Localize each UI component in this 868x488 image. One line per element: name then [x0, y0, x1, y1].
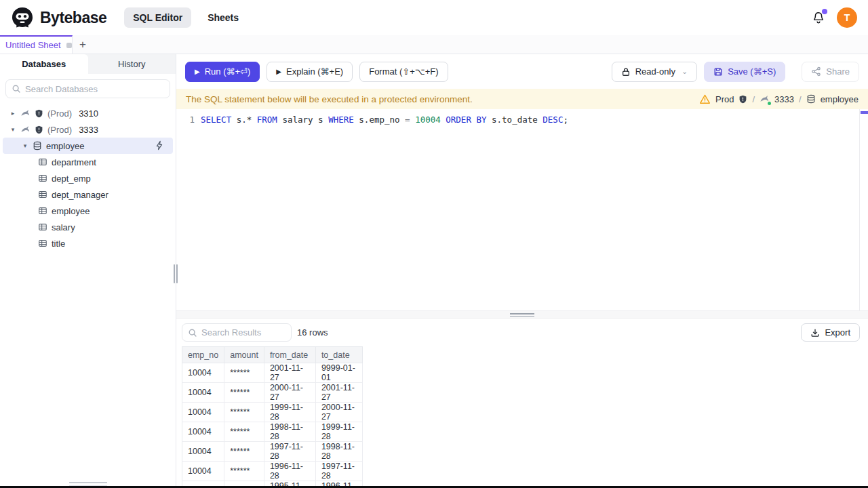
table-cell[interactable]: ****** — [224, 422, 264, 442]
table-cell[interactable]: 1997-11-28 — [264, 442, 315, 462]
search-results-input[interactable] — [201, 327, 285, 338]
avatar[interactable]: T — [837, 7, 857, 28]
column-header: from_date — [264, 347, 315, 363]
table-cell[interactable]: 2000-11-27 — [264, 383, 315, 403]
quick-action-bolt-icon[interactable] — [155, 140, 165, 150]
table-row[interactable]: 10004******1996-11-281997-11-28 — [182, 462, 363, 481]
tab-history[interactable]: History — [88, 54, 176, 74]
table-cell[interactable]: 1996-11-28 — [264, 462, 315, 481]
mysql-instance-icon — [760, 94, 770, 104]
tree-item-table[interactable]: salary — [0, 219, 176, 235]
sql-token: 10004 — [410, 115, 446, 125]
sql-editor[interactable]: 1 SELECT s.* FROM salary s WHERE s.emp_n… — [176, 109, 868, 310]
results-panel-resize-handle[interactable] — [176, 310, 868, 319]
editor-scrollbar[interactable] — [859, 109, 868, 310]
lock-icon — [621, 67, 631, 77]
tree-item-table[interactable]: employee — [0, 203, 176, 219]
column-header: emp_no — [182, 347, 224, 363]
save-button[interactable]: Save (⌘+S) — [704, 62, 785, 82]
table-cell[interactable]: 10004 — [182, 403, 224, 422]
run-button[interactable]: ▶ Run (⌘+⏎) — [185, 62, 260, 82]
table-cell[interactable]: ****** — [224, 383, 264, 403]
table-row[interactable]: 10004******1997-11-281998-11-28 — [182, 442, 363, 462]
nav-sql-editor[interactable]: SQL Editor — [124, 7, 191, 28]
run-button-label: Run (⌘+⏎) — [205, 66, 251, 77]
caret-icon[interactable]: ▾ — [22, 142, 28, 149]
format-button[interactable]: Format (⇧+⌥+F) — [359, 62, 448, 82]
new-sheet-button[interactable]: + — [73, 35, 93, 54]
unsaved-indicator[interactable] — [66, 43, 72, 48]
table-cell[interactable]: 9999-01-01 — [315, 363, 362, 383]
table-cell[interactable]: 1999-11-28 — [315, 422, 362, 442]
table-name: employee — [52, 206, 90, 216]
table-icon — [38, 190, 47, 199]
sheet-tab-bar: Untitled Sheet + — [0, 35, 868, 54]
export-button[interactable]: Export — [801, 323, 860, 342]
table-cell[interactable]: 10004 — [182, 462, 224, 481]
caret-icon[interactable]: ▾ — [9, 126, 16, 133]
table-cell[interactable]: 2001-11-27 — [315, 383, 362, 403]
table-cell[interactable]: 2001-11-27 — [264, 363, 315, 383]
tree-item-table[interactable]: department — [0, 154, 176, 170]
banner-message: The SQL statement below will be executed… — [186, 94, 473, 104]
tree-item-table[interactable]: dept_manager — [0, 186, 176, 203]
tree-item-instance[interactable]: ▾ (Prod)3333 — [0, 121, 176, 138]
tree-item-table[interactable]: dept_emp — [0, 170, 176, 186]
instance-label[interactable]: 3333 — [774, 94, 794, 104]
database-name: employee — [46, 141, 84, 151]
tree-item-instance[interactable]: ▸ (Prod)3310 — [0, 105, 176, 121]
sql-token: ORDER BY — [446, 115, 486, 125]
tab-databases[interactable]: Databases — [0, 54, 88, 74]
caret-icon[interactable]: ▸ — [9, 110, 16, 117]
table-cell[interactable]: 1997-11-28 — [315, 462, 362, 481]
database-search[interactable] — [5, 79, 170, 98]
table-cell[interactable]: 1998-11-28 — [264, 422, 315, 442]
table-cell[interactable]: 2000-11-27 — [315, 403, 362, 422]
search-databases-input[interactable] — [25, 84, 164, 94]
table-row[interactable]: 10004******2001-11-279999-01-01 — [182, 363, 363, 383]
table-cell[interactable]: ****** — [224, 442, 264, 462]
table-cell[interactable]: 10004 — [182, 383, 224, 403]
brand-name: Bytebase — [40, 9, 106, 27]
explain-button[interactable]: ▶ Explain (⌘+E) — [267, 62, 353, 82]
main-area: Databases History ▸ — [0, 54, 868, 488]
database-label[interactable]: employee — [821, 94, 859, 104]
readonly-label: Read-only — [635, 66, 675, 77]
play-icon: ▶ — [195, 68, 200, 75]
readonly-mode-dropdown[interactable]: Read-only ⌄ — [612, 62, 697, 82]
export-button-label: Export — [825, 327, 850, 338]
sql-code[interactable]: SELECT s.* FROM salary s WHERE s.emp_no … — [201, 115, 568, 125]
table-cell[interactable]: 1998-11-28 — [315, 442, 362, 462]
table-cell[interactable]: ****** — [224, 462, 264, 481]
table-cell[interactable]: 10004 — [182, 442, 224, 462]
table-cell[interactable]: 10004 — [182, 363, 224, 383]
line-number: 1 — [176, 115, 201, 125]
bytebase-logo[interactable]: Bytebase — [11, 6, 106, 29]
sheet-tab-untitled[interactable]: Untitled Sheet — [0, 35, 73, 54]
editor-toolbar: ▶ Run (⌘+⏎) ▶ Explain (⌘+E) Format (⇧+⌥+… — [176, 54, 868, 89]
table-row[interactable]: 10004******2000-11-272001-11-27 — [182, 383, 363, 403]
nav-sheets[interactable]: Sheets — [208, 12, 239, 23]
share-button[interactable]: Share — [802, 62, 859, 82]
protected-environment-banner: The SQL statement below will be executed… — [176, 89, 868, 109]
table-cell[interactable]: 1999-11-28 — [264, 403, 315, 422]
tree-item-table[interactable]: title — [0, 235, 176, 251]
warning-icon — [699, 94, 711, 105]
tree-item-database[interactable]: ▾ employee — [3, 138, 173, 154]
environment-label[interactable]: Prod — [715, 94, 734, 104]
top-bar-right: T — [811, 7, 857, 28]
table-cell[interactable]: ****** — [224, 403, 264, 422]
table-cell[interactable]: ****** — [224, 363, 264, 383]
sidebar-resize-handle[interactable] — [173, 264, 178, 291]
table-cell[interactable]: 10004 — [182, 422, 224, 442]
table-row[interactable]: 10004******1999-11-282000-11-27 — [182, 403, 363, 422]
column-header: to_date — [315, 347, 362, 363]
environment-prefix: (Prod) — [47, 125, 72, 135]
share-icon — [811, 66, 821, 77]
results-search[interactable] — [182, 323, 292, 342]
sql-token: SELECT — [201, 115, 231, 125]
shield-icon — [738, 95, 747, 104]
table-row[interactable]: 10004******1998-11-281999-11-28 — [182, 422, 363, 442]
notifications-button[interactable] — [811, 10, 826, 25]
mysql-instance-icon — [20, 108, 31, 119]
